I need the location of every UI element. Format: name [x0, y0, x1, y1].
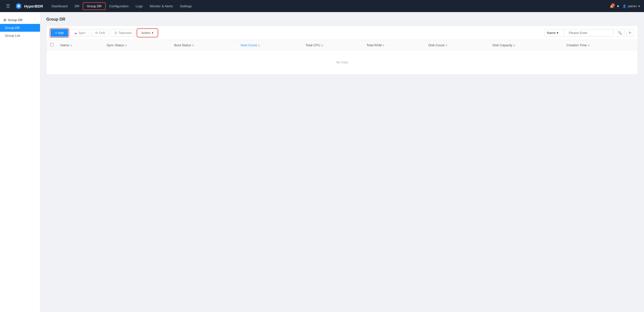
cpu-sort-icon: ⇅: [321, 44, 323, 47]
toolbar: + Add ☁ Sync ⟳ Drill ⊡ Takeover Action ▾…: [46, 26, 638, 40]
refresh-button[interactable]: ↻: [626, 29, 634, 36]
add-button[interactable]: + Add: [51, 29, 68, 37]
name-sort-icon: ⇅: [70, 44, 72, 47]
ram-sort-icon: ⇅: [382, 44, 384, 47]
notification-badge: 1: [611, 3, 615, 7]
nav-item-dashboard[interactable]: Dashboard: [48, 3, 71, 10]
app-body: ⊞ Group DR Group DRGroup List Group DR +…: [0, 12, 644, 312]
nav-item-settings[interactable]: Settings: [176, 3, 195, 10]
empty-state-row: No Data: [47, 50, 638, 74]
sidebar-items: Group DRGroup List: [0, 24, 40, 40]
refresh-icon: ↻: [629, 31, 631, 35]
action-chevron-icon: ▾: [152, 31, 153, 35]
user-icon: 👤: [622, 4, 626, 8]
drill-icon: ⟳: [95, 31, 98, 35]
action-button[interactable]: Action ▾: [138, 29, 157, 36]
takeover-button[interactable]: ⊡ Takeover: [111, 29, 136, 36]
svg-point-2: [18, 5, 20, 7]
search-input[interactable]: [566, 29, 614, 36]
column-name[interactable]: Name ⇅: [57, 40, 103, 50]
search-area: Name ▾ 🔍 ↻: [544, 29, 634, 36]
sidebar-group-title: ⊞ Group DR: [0, 16, 40, 24]
nav-item-group-dr[interactable]: Group DR: [83, 2, 106, 10]
page-title: Group DR: [46, 17, 638, 22]
column-disk-capacity[interactable]: Disk Capacity ⇅: [489, 40, 563, 50]
select-all-checkbox[interactable]: [50, 43, 53, 46]
nav-item-configuration[interactable]: Configuration: [106, 3, 132, 10]
top-navigation: ☰ HyperBDR DashboardDRGroup DRConfigurat…: [0, 0, 644, 12]
hamburger-menu[interactable]: ☰: [4, 2, 12, 10]
drill-label: Drill: [99, 31, 105, 35]
user-menu[interactable]: 👤 admin ▾: [622, 4, 640, 8]
username: admin: [628, 4, 637, 8]
sidebar: ⊞ Group DR Group DRGroup List: [0, 12, 40, 312]
column-host-count[interactable]: Host Count ⇅: [237, 40, 302, 50]
search-button[interactable]: 🔍: [616, 29, 624, 36]
empty-state-text: No Data: [336, 60, 348, 64]
column-sync-status[interactable]: Sync Status ⇅: [103, 40, 171, 50]
app-name: HyperBDR: [24, 4, 43, 8]
search-field-label: Name: [547, 31, 556, 35]
user-avatar-icon: ●: [617, 4, 619, 8]
data-table: Name ⇅ Sync Status ⇅ Boot Status ⇅ Hos: [47, 40, 638, 74]
boot-sort-icon: ⇅: [192, 44, 194, 47]
sidebar-item-group-dr[interactable]: Group DR: [0, 24, 40, 32]
nav-right: 🔔 1 ● 👤 admin ▾: [610, 4, 640, 8]
takeover-icon: ⊡: [114, 31, 117, 35]
notification-bell[interactable]: 🔔 1: [610, 4, 614, 8]
search-field-select[interactable]: Name ▾: [544, 29, 564, 36]
chevron-down-icon: ▾: [638, 4, 640, 8]
nav-item-monitor-and-alerts[interactable]: Monitor & Alerts: [146, 3, 176, 10]
sidebar-item-group-list[interactable]: Group List: [0, 32, 40, 40]
search-field-chevron: ▾: [557, 31, 558, 35]
nav-item-dr[interactable]: DR: [71, 3, 83, 10]
drill-button[interactable]: ⟳ Drill: [92, 29, 109, 36]
column-total-ram[interactable]: Total RAM ⇅: [363, 40, 425, 50]
data-table-container: Name ⇅ Sync Status ⇅ Boot Status ⇅ Hos: [46, 40, 638, 74]
column-disk-count[interactable]: Disk Count ⇅: [425, 40, 489, 50]
sync-button[interactable]: ☁ Sync: [70, 29, 90, 36]
disk-cap-sort-icon: ⇅: [513, 44, 515, 47]
disk-count-sort-icon: ⇅: [445, 44, 447, 47]
group-dr-icon: ⊞: [4, 18, 6, 22]
sync-icon: ☁: [74, 31, 77, 35]
column-checkbox: [47, 40, 57, 50]
creation-sort-icon: ⇅: [588, 44, 590, 47]
app-logo: HyperBDR: [15, 3, 43, 10]
column-total-cpu[interactable]: Total CPU ⇅: [302, 40, 363, 50]
nav-item-logs[interactable]: Logs: [132, 3, 146, 10]
table-header-row: Name ⇅ Sync Status ⇅ Boot Status ⇅ Hos: [47, 40, 638, 50]
main-content: Group DR + Add ☁ Sync ⟳ Drill ⊡ Takeover…: [40, 12, 644, 312]
column-boot-status[interactable]: Boot Status ⇅: [171, 40, 237, 50]
column-creation-time[interactable]: Creation Time ⇅: [563, 40, 638, 50]
search-icon: 🔍: [618, 31, 622, 35]
takeover-label: Takeover: [118, 31, 132, 35]
nav-menu: DashboardDRGroup DRConfigurationLogsMoni…: [48, 4, 195, 8]
host-sort-icon: ⇅: [258, 44, 260, 47]
action-label: Action: [141, 31, 150, 35]
sync-sort-icon: ⇅: [125, 44, 127, 47]
sync-label: Sync: [78, 31, 86, 35]
sidebar-group-label: Group DR: [8, 18, 23, 22]
